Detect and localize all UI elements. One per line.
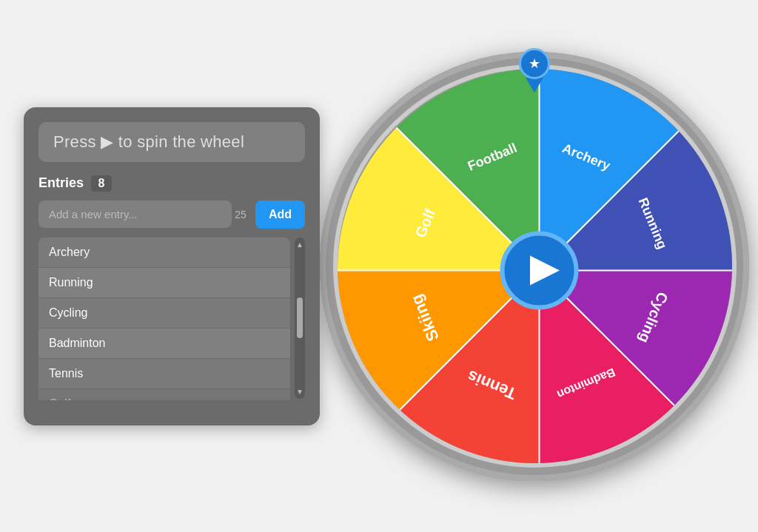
add-entry-row: 25 Add	[38, 201, 305, 229]
wheel-container: ★	[320, 52, 749, 481]
scroll-up-icon[interactable]: ▲	[296, 240, 303, 249]
char-count: 25	[235, 209, 246, 220]
main-container: Press ▶ to spin the wheel Entries 8 25 A…	[24, 22, 734, 511]
spin-label: Press ▶ to spin the wheel	[53, 132, 244, 152]
left-panel: Press ▶ to spin the wheel Entries 8 25 A…	[24, 107, 320, 425]
pointer-ball: ★	[519, 48, 550, 79]
star-icon: ★	[529, 55, 540, 72]
entries-list: Archery Running Cycling Badminton Tennis…	[38, 238, 290, 400]
list-item[interactable]: Badminton	[38, 329, 290, 359]
wheel-outer: Golf Football Archery Running Cycling Ba…	[320, 52, 749, 481]
scroll-thumb[interactable]	[297, 297, 303, 338]
wheel-svg: Golf Football Archery Running Cycling Ba…	[338, 69, 737, 468]
list-item[interactable]: Tennis	[38, 359, 290, 389]
scrollbar[interactable]: ▲ ▼	[295, 238, 305, 399]
entries-header: Entries 8	[38, 175, 305, 192]
entries-label: Entries	[38, 175, 84, 191]
pointer-tip	[526, 78, 543, 92]
spin-button-bar[interactable]: Press ▶ to spin the wheel	[38, 122, 305, 162]
add-entry-input[interactable]	[38, 201, 232, 228]
entries-count: 8	[91, 175, 112, 192]
scroll-down-icon[interactable]: ▼	[296, 388, 303, 396]
entries-section: Entries 8 25 Add Archery Running Cycling…	[38, 175, 305, 400]
add-button[interactable]: Add	[255, 201, 305, 229]
list-item[interactable]: Cycling	[38, 298, 290, 329]
list-item[interactable]: Running	[38, 268, 290, 298]
wheel-inner: Golf Football Archery Running Cycling Ba…	[333, 64, 737, 468]
list-item[interactable]: Golf	[38, 389, 290, 400]
list-item[interactable]: Archery	[38, 238, 290, 268]
wheel-pointer: ★	[519, 48, 550, 92]
